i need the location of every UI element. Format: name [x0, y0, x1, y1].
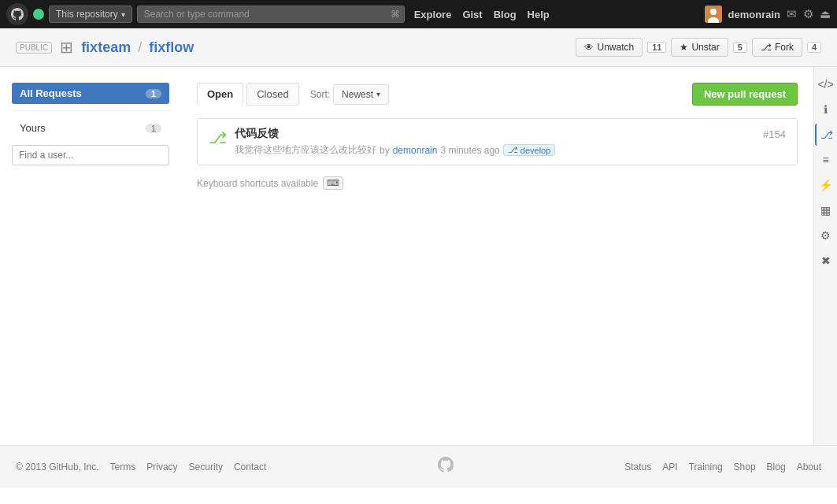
fork-count: 4	[807, 42, 821, 53]
footer-center	[438, 457, 454, 476]
status-indicator	[33, 9, 44, 20]
user-avatar	[705, 6, 722, 23]
fork-btn[interactable]: ⎇ Fork	[752, 38, 802, 57]
unwatch-btn[interactable]: 👁 Unwatch	[576, 38, 643, 57]
svg-point-1	[710, 9, 717, 15]
pr-description: 我觉得这些地方应该这么改比较好	[235, 143, 376, 157]
pr-tabs: Open Closed Sort: Newest New pull reques…	[197, 83, 798, 106]
branch-name: develop	[520, 146, 551, 155]
keyboard-hint: Keyboard shortcuts available ⌨	[197, 176, 798, 190]
footer-right: Status API Training Shop Blog About	[624, 461, 821, 472]
breadcrumb: fixteam / fixflow	[81, 39, 194, 56]
activity-icon[interactable]: ⚡	[815, 174, 837, 196]
pr-branch-badge[interactable]: ⎇ develop	[503, 144, 556, 156]
all-requests-count: 1	[146, 89, 161, 98]
nav-right: demonrain ✉ ⚙ ⏏	[705, 6, 831, 23]
gist-link[interactable]: Gist	[462, 9, 482, 20]
keyboard-icon: ⌨	[323, 176, 343, 190]
repo-title-area: PUBLIC ⊞ fixteam / fixflow	[16, 38, 194, 57]
repo-icon: ⊞	[60, 38, 73, 57]
search-bar: ⌘	[137, 6, 405, 23]
all-requests-label: All Requests	[20, 87, 82, 99]
sidebar-divider	[12, 110, 169, 111]
copyright: © 2013 GitHub, Inc.	[16, 461, 99, 472]
breadcrumb-separator: /	[138, 39, 142, 55]
info-icon[interactable]: ℹ	[815, 98, 837, 120]
nav-links: Explore Gist Blog Help	[414, 9, 550, 20]
security-link[interactable]: Security	[189, 461, 223, 472]
training-link[interactable]: Training	[689, 461, 723, 472]
pr-title[interactable]: 代码反馈	[235, 127, 755, 141]
sidebar: All Requests 1 Yours 1	[0, 67, 181, 445]
sort-label: Sort:	[310, 89, 330, 100]
unwatch-label: Unwatch	[597, 42, 634, 53]
unstar-btn[interactable]: ★ Unstar	[671, 38, 728, 57]
watch-count: 11	[647, 42, 666, 53]
repo-dropdown[interactable]: This repository	[49, 6, 132, 23]
unstar-label: Unstar	[691, 42, 719, 53]
top-nav: This repository ⌘ Explore Gist Blog Help…	[0, 0, 837, 28]
pr-author-link[interactable]: demonrain	[393, 145, 438, 156]
terms-link[interactable]: Terms	[110, 461, 136, 472]
tools-icon[interactable]: ⚙	[803, 7, 813, 21]
notification-icon[interactable]: ✉	[787, 7, 797, 21]
pr-panel-icon[interactable]: ⎇	[815, 124, 837, 146]
graph-icon[interactable]: ▦	[815, 199, 837, 221]
closed-tab[interactable]: Closed	[246, 83, 298, 106]
pr-number: #154	[763, 128, 786, 140]
visibility-badge: PUBLIC	[16, 42, 52, 54]
privacy-link[interactable]: Privacy	[146, 461, 177, 472]
content-area: Open Closed Sort: Newest New pull reques…	[181, 67, 813, 445]
about-link[interactable]: About	[797, 461, 821, 472]
status-link[interactable]: Status	[624, 461, 651, 472]
sidebar-item-yours[interactable]: Yours 1	[12, 117, 169, 139]
signout-icon[interactable]: ⏏	[820, 7, 831, 21]
code-icon[interactable]: </>	[815, 73, 837, 95]
table-row: ⎇ 代码反馈 我觉得这些地方应该这么改比较好 by demonrain 3 mi…	[198, 119, 797, 165]
fork-label: Fork	[775, 42, 794, 53]
yours-label: Yours	[20, 122, 46, 134]
blog-footer-link[interactable]: Blog	[767, 461, 786, 472]
repo-actions: 👁 Unwatch 11 ★ Unstar 5 ⎇ Fork 4	[576, 38, 821, 57]
wiki-icon[interactable]: ≡	[815, 149, 837, 171]
merge-icon: ⎇	[209, 128, 227, 147]
settings-panel-icon[interactable]: ⚙	[815, 224, 837, 246]
contact-link[interactable]: Contact	[234, 461, 266, 472]
owner-link[interactable]: fixteam	[81, 39, 131, 55]
pr-list: ⎇ 代码反馈 我觉得这些地方应该这么改比较好 by demonrain 3 mi…	[197, 118, 798, 165]
repo-header: PUBLIC ⊞ fixteam / fixflow 👁 Unwatch 11 …	[0, 28, 837, 67]
main-layout: All Requests 1 Yours 1 Open Closed Sort:…	[0, 67, 837, 445]
search-icon: ⌘	[391, 9, 400, 20]
find-user-input[interactable]	[12, 145, 169, 165]
blog-link[interactable]: Blog	[494, 9, 517, 20]
footer: © 2013 GitHub, Inc. Terms Privacy Securi…	[0, 445, 837, 487]
fork-icon: ⎇	[761, 42, 772, 53]
pr-time: 3 minutes ago	[440, 145, 499, 156]
right-panel: </> ℹ ⎇ ≡ ⚡ ▦ ⚙ ✖	[813, 67, 837, 445]
sort-dropdown[interactable]: Newest	[333, 84, 389, 105]
sidebar-item-all-requests[interactable]: All Requests 1	[12, 83, 169, 104]
help-link[interactable]: Help	[528, 9, 550, 20]
open-tab[interactable]: Open	[197, 83, 243, 106]
eye-icon: 👁	[584, 42, 594, 53]
pr-meta: 我觉得这些地方应该这么改比较好 by demonrain 3 minutes a…	[235, 143, 755, 157]
branch-icon: ⎇	[508, 145, 518, 155]
admin-icon[interactable]: ✖	[815, 250, 837, 272]
repo-name-link[interactable]: fixflow	[149, 39, 194, 55]
star-count: 5	[733, 42, 747, 53]
github-logo[interactable]	[6, 3, 28, 25]
shop-link[interactable]: Shop	[734, 461, 756, 472]
footer-logo	[438, 457, 454, 476]
nav-username: demonrain	[728, 9, 780, 20]
pr-info: 代码反馈 我觉得这些地方应该这么改比较好 by demonrain 3 minu…	[235, 127, 755, 157]
new-pr-button[interactable]: New pull request	[692, 83, 798, 106]
api-link[interactable]: API	[662, 461, 677, 472]
search-input[interactable]	[137, 6, 405, 23]
explore-link[interactable]: Explore	[414, 9, 452, 20]
keyboard-hint-text: Keyboard shortcuts available	[197, 178, 318, 189]
yours-count: 1	[146, 124, 161, 133]
pr-by-label: by	[380, 145, 390, 156]
footer-left: © 2013 GitHub, Inc. Terms Privacy Securi…	[16, 461, 266, 472]
star-icon: ★	[680, 42, 688, 53]
